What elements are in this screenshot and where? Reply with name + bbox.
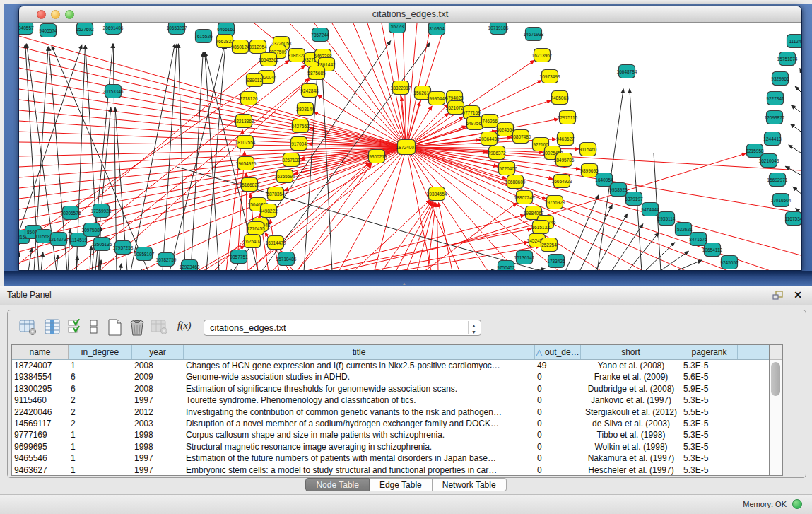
black-edge[interactable] xyxy=(579,205,612,271)
teal-node[interactable]: 11124 xyxy=(787,35,802,48)
yellow-node[interactable]: 989013 xyxy=(247,74,263,87)
memory-status-icon[interactable] xyxy=(792,499,802,509)
teal-node[interactable]: 12093872 xyxy=(765,111,785,124)
yellow-node[interactable]: 19990448 xyxy=(427,92,447,105)
column-header-title[interactable]: title xyxy=(184,345,535,359)
yellow-node[interactable]: 9463627 xyxy=(556,132,575,146)
yellow-node[interactable]: 16914479 xyxy=(266,236,286,250)
yellow-node[interactable]: 4498222 xyxy=(259,204,278,218)
table-settings-icon[interactable] xyxy=(19,319,37,339)
yellow-node[interactable]: 10807480 xyxy=(511,130,531,144)
yellow-node[interactable]: 1276455 xyxy=(247,222,265,235)
black-edge[interactable] xyxy=(611,224,643,271)
yellow-node[interactable]: 18724007 xyxy=(396,140,417,155)
teal-node[interactable]: 15718485 xyxy=(276,252,297,266)
red-edge[interactable] xyxy=(353,200,430,271)
column-header-name[interactable]: name xyxy=(12,345,69,359)
teal-node[interactable]: 1244413 xyxy=(763,132,782,146)
black-edge[interactable] xyxy=(785,166,801,176)
table-row[interactable]: 977716911998Corpus callosum shape and si… xyxy=(12,429,769,440)
yellow-node[interactable]: 16213967 xyxy=(532,49,553,62)
teal-node[interactable]: 7857244 xyxy=(311,28,329,42)
red-edge[interactable] xyxy=(406,147,801,255)
teal-node[interactable]: 55723 xyxy=(389,23,406,33)
table-row[interactable]: 946554611997Estimation of the future num… xyxy=(12,452,769,464)
teal-node[interactable]: 6466160 xyxy=(217,23,235,36)
red-edge[interactable] xyxy=(19,100,406,147)
teal-node[interactable]: 1733426 xyxy=(547,255,565,268)
table-row[interactable]: 1872400712008Changes of HCN gene express… xyxy=(12,360,769,371)
teal-node[interactable]: 30975887 xyxy=(82,223,102,237)
red-edge[interactable] xyxy=(437,203,438,271)
yellow-node[interactable]: 16355594 xyxy=(275,170,295,183)
yellow-node[interactable]: 20364436 xyxy=(479,132,500,146)
yellow-node[interactable]: 15166827 xyxy=(240,178,260,192)
red-edge[interactable] xyxy=(19,49,274,264)
black-edge[interactable] xyxy=(178,44,185,271)
new-document-icon[interactable] xyxy=(107,319,124,340)
black-edge[interactable] xyxy=(131,44,175,271)
function-builder-icon[interactable]: f(x) xyxy=(177,320,191,332)
yellow-node[interactable]: 7986372 xyxy=(488,146,506,160)
float-panel-icon[interactable] xyxy=(772,291,784,303)
black-edge[interactable] xyxy=(630,89,642,271)
black-edge[interactable] xyxy=(206,45,225,271)
red-edge[interactable] xyxy=(19,47,406,147)
yellow-node[interactable]: 16654923 xyxy=(552,175,572,188)
black-edge[interactable] xyxy=(789,145,801,154)
table-row[interactable]: 2242004622012Investigating the contribut… xyxy=(12,407,769,418)
teal-node[interactable]: 16210643 xyxy=(759,154,779,168)
zoom-window-icon[interactable] xyxy=(65,10,74,19)
network-window[interactable]: citations_edges.txt 19405579405574152760… xyxy=(18,6,802,271)
table-vertical-scrollbar[interactable] xyxy=(770,344,783,476)
yellow-node[interactable]: 1615132 xyxy=(531,221,550,234)
tab-node-table[interactable]: Node Table xyxy=(305,478,370,491)
teal-node[interactable]: 15751874 xyxy=(777,52,798,66)
black-edge[interactable] xyxy=(793,187,801,195)
teal-node[interactable]: 9938923 xyxy=(609,183,628,197)
delete-table-icon[interactable] xyxy=(151,319,169,339)
yellow-node[interactable]: 19756928 xyxy=(545,196,565,209)
teal-node[interactable]: 2935114 xyxy=(658,212,676,226)
yellow-node[interactable]: 5875685 xyxy=(307,66,326,80)
yellow-node[interactable]: 9115460 xyxy=(579,143,597,156)
close-window-icon[interactable] xyxy=(37,10,46,19)
yellow-node[interactable]: 18822017 xyxy=(391,81,411,95)
teal-node[interactable]: 9245652 xyxy=(720,256,739,269)
teal-node[interactable]: 9857751 xyxy=(230,250,248,264)
yellow-node[interactable]: 15720407 xyxy=(497,162,517,175)
yellow-node[interactable]: 18807249 xyxy=(514,191,535,204)
yellow-node[interactable]: 5878354 xyxy=(266,187,285,201)
red-edge[interactable] xyxy=(297,147,406,271)
tab-edge-table[interactable]: Edge Table xyxy=(370,478,433,491)
black-edge[interactable] xyxy=(191,52,203,271)
yellow-node[interactable]: 746266 xyxy=(482,115,498,128)
yellow-node[interactable]: 7625402 xyxy=(243,235,261,248)
network-window-titlebar[interactable]: citations_edges.txt xyxy=(19,6,801,23)
yellow-node[interactable]: 16543362 xyxy=(259,53,279,66)
teal-node[interactable]: 20153346 xyxy=(103,85,124,98)
red-edge[interactable] xyxy=(19,89,406,147)
teal-node[interactable]: 10958107 xyxy=(134,247,155,261)
column-header-short[interactable]: short xyxy=(581,345,681,359)
teal-node[interactable]: 10653287 xyxy=(167,23,187,35)
black-edge[interactable] xyxy=(322,51,332,271)
citation-network-graph[interactable]: 1940557940557415276022069140610653287646… xyxy=(19,23,801,271)
teal-node[interactable]: 1167534 xyxy=(785,212,801,226)
yellow-node[interactable]: 18107554 xyxy=(235,136,256,149)
teal-node[interactable]: 10654112 xyxy=(702,243,723,257)
table-row[interactable]: 1830029562008Estimation of significance … xyxy=(12,383,769,395)
network-graph-canvas[interactable]: 1940557940557415276022069140610653287646… xyxy=(19,23,801,271)
yellow-node[interactable]: 9899695 xyxy=(580,164,599,177)
yellow-node[interactable]: 8267130 xyxy=(282,153,300,167)
black-edge[interactable] xyxy=(57,255,58,271)
teal-node[interactable]: 9474444 xyxy=(641,203,659,216)
close-panel-icon[interactable]: ✕ xyxy=(794,289,802,300)
teal-node[interactable]: 17359928 xyxy=(91,204,112,218)
yellow-node[interactable]: 7485063 xyxy=(551,91,569,105)
yellow-node[interactable]: 18495786 xyxy=(554,153,575,167)
red-edge[interactable] xyxy=(19,36,406,147)
teal-node[interactable]: 15692971 xyxy=(767,173,788,187)
black-edge[interactable] xyxy=(90,246,91,271)
teal-node[interactable]: 14671938 xyxy=(524,28,544,41)
